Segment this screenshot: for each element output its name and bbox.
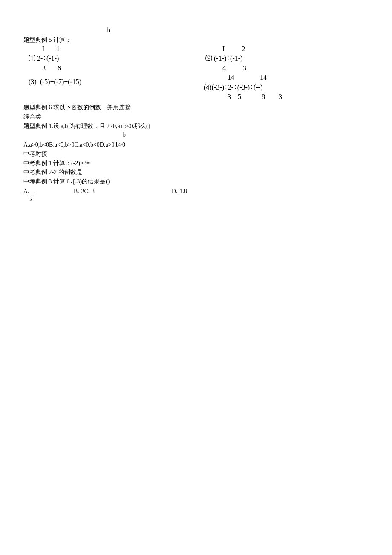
problems-row-2: (3) (-5)÷(-7)÷(-15) 14 14 (4)(-3-)÷2-÷(-…: [23, 73, 369, 102]
tixing1-line1: 题型典例 1.设 a,b 为有理数，且 2>0,a+b<0,那么(): [23, 122, 369, 131]
problem-4-line3: 3 5 8 3: [200, 92, 369, 102]
problem-2-line1: I 2: [200, 44, 369, 54]
tixing1-options: A.a>0,b<0B.a<0,b>0C.a<0,b<0D.a>0,b>0: [23, 141, 369, 149]
problem-3: (3) (-5)÷(-7)÷(-15): [23, 77, 200, 87]
problem-1-line2: ⑴ 2-÷(-1-): [23, 54, 200, 63]
problem-2-line3: 4 3: [200, 64, 369, 73]
problem-4-line1: 14 14: [200, 73, 369, 82]
problem-1-line1: I 1: [23, 44, 200, 54]
zk-ex3: 中考典例 3 计算 6÷[-3)的结果是(): [23, 177, 369, 186]
option-a: A.—: [23, 188, 35, 195]
zk-ex1: 中考典例 1 计算：(-2)×3=: [23, 159, 369, 168]
zk-ex2: 中考典例 2-2 的倒数是: [23, 168, 369, 177]
problem-2-line2: ⑵ (-1-)÷(-1-): [200, 54, 369, 63]
tixing6: 题型典例 6 求以下各数的倒数，并用连接: [23, 103, 369, 112]
zonghe-label: 综合类: [23, 113, 369, 121]
problems-row-1: I 1 ⑴ 2-÷(-1-) 3 6 I 2 ⑵ (-1-)÷(-1-) 4 3: [23, 44, 369, 73]
zhongkao-label: 中考对接: [23, 150, 369, 158]
option-d: D.-1.8: [172, 187, 187, 196]
option-b-c: B.-2C.-3: [74, 187, 172, 196]
problem-4-line2: (4)(-3-)÷2-÷(-3-)÷(--): [200, 83, 369, 92]
zk-ex3-options: A.— 2 B.-2C.-3 D.-1.8: [23, 187, 369, 203]
option-a-frac: 2: [29, 196, 35, 203]
stray-b: b: [107, 26, 369, 35]
problem-1-line3: 3 6: [23, 64, 200, 73]
tixing5-title: 题型典例 5 计算：: [23, 36, 369, 44]
sub-b: b: [122, 130, 369, 139]
